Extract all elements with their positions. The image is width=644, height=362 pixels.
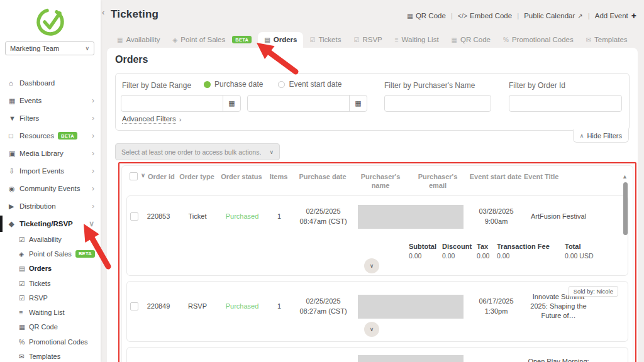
check-icon: ☑ — [353, 36, 359, 43]
order-cards: 220853 Ticket Purchased 1 02/25/2025 08:… — [122, 195, 633, 362]
sidebar-subitem-tickets[interactable]: ☑ Tickets — [0, 276, 101, 290]
sort-down-icon: ∨ — [141, 172, 145, 181]
chevron-right-icon: › — [92, 114, 94, 123]
order-id-input[interactable] — [509, 95, 622, 112]
tab-label: Orders — [274, 36, 297, 43]
check-icon: ☑ — [309, 36, 315, 43]
order-card-220849: Sold by: Nicole 220849 RSVP Purchased 1 … — [126, 281, 628, 342]
sidebar-subitem-promotional-codes[interactable]: % Promotional Codes — [0, 334, 101, 349]
ticket-icon: ◆ — [9, 220, 19, 228]
sidebar-collapse-icon[interactable]: ‹ — [102, 8, 104, 17]
sidebar-item-resources[interactable]: □ Resources BETA › — [0, 127, 101, 145]
qr-code-action[interactable]: ▦ QR Code — [407, 12, 446, 19]
sidebar-subitem-waiting-list[interactable]: ≡ Waiting List — [0, 305, 101, 319]
sidebar-subitem-qr-code[interactable]: ▦ QR Code — [0, 320, 101, 334]
sidebar-subitem-point-of-sales[interactable]: ◈ Point of Sales BETA — [0, 246, 101, 261]
public-calendar-action[interactable]: Public Calendar ↗ — [524, 12, 583, 19]
chevron-down-icon: ∨ — [269, 149, 274, 155]
purchase-date-radio[interactable] — [204, 81, 211, 88]
chevron-down-icon: ∨ — [89, 219, 94, 228]
tab-waiting-list[interactable]: ≡ Waiting List — [389, 32, 445, 48]
monitor-icon: □ — [9, 132, 19, 140]
redacted-purchaser-info — [358, 355, 464, 362]
date-from-input[interactable]: ▦ — [121, 95, 241, 112]
percent-icon: % — [19, 338, 29, 346]
home-icon: ⌂ — [9, 79, 19, 87]
sidebar-item-dashboard[interactable]: ⌂ Dashboard — [0, 74, 101, 92]
filters-section: Filter by Date Range Purchase date Event… — [115, 73, 630, 131]
team-selector[interactable]: Marketing Team ∨ — [5, 41, 94, 55]
calendar-icon: ▦ — [228, 99, 235, 107]
col-event-start-date: Event start date — [467, 172, 524, 181]
sidebar-subitem-templates[interactable]: ✉ Templates — [0, 349, 101, 362]
pos-icon: ◈ — [19, 250, 29, 258]
calendar-icon: ▦ — [9, 97, 19, 105]
advanced-filters-label: Advanced Filters — [122, 115, 176, 124]
ticketing-tabs: ▦ Availability ◈ Point of Sales BETA ▤ O… — [111, 31, 634, 48]
sold-by-badge: Sold by: Nicole — [569, 286, 618, 297]
advanced-filters-link[interactable]: Advanced Filters › — [122, 115, 181, 124]
tab-tickets[interactable]: ☑ Tickets — [303, 32, 347, 48]
sidebar-subitem-label: Orders — [29, 265, 52, 272]
tab-orders[interactable]: ▤ Orders — [258, 32, 303, 48]
sidebar-item-distribution[interactable]: ▶ Distribution › — [0, 197, 101, 215]
row-checkbox[interactable] — [130, 302, 138, 310]
event-start-date-radio[interactable] — [278, 81, 285, 88]
purchaser-name-input[interactable] — [384, 95, 491, 112]
expand-order-button[interactable]: ∨ — [364, 258, 379, 273]
redacted-purchaser-info — [358, 205, 464, 229]
order-id-filter-label: Filter by Order Id — [509, 81, 565, 90]
sidebar-item-events[interactable]: ▦ Events › — [0, 92, 101, 109]
sidebar-item-label: Filters — [19, 114, 39, 122]
sidebar-subitem-rsvp[interactable]: ☑ RSVP — [0, 290, 101, 305]
tab-promotional-codes[interactable]: % Promotional Codes — [497, 32, 580, 48]
expand-order-button[interactable]: ∨ — [364, 322, 379, 337]
image-icon: ▣ — [9, 150, 19, 158]
add-event-button[interactable]: Add Event + — [595, 11, 636, 21]
page-title: Ticketing — [111, 8, 158, 21]
bulk-actions-select[interactable]: Select at least one order to access bulk… — [115, 143, 280, 160]
tab-templates[interactable]: ✉ Templates — [580, 32, 634, 48]
col-order-id[interactable]: ∨ Order id — [140, 172, 175, 181]
sidebar-item-ticketing-rsvp[interactable]: ◆ Ticketing/RSVP ∨ — [0, 215, 101, 233]
list-icon: ≡ — [395, 36, 399, 43]
chevron-down-icon: ∨ — [85, 45, 89, 52]
embed-code-action[interactable]: </> Embed Code — [458, 12, 512, 19]
tax-col: Tax 0.00 — [477, 243, 497, 260]
event-date-value: 03/28/2025 — [479, 207, 513, 215]
sidebar-item-import-events[interactable]: ⇩ Import Events › — [0, 162, 101, 180]
public-calendar-label: Public Calendar — [524, 12, 575, 19]
sidebar-subitem-label: Waiting List — [29, 309, 64, 316]
row-checkbox[interactable] — [130, 212, 138, 221]
calendar-button[interactable]: ▦ — [349, 96, 367, 111]
sidebar-subitem-orders[interactable]: ▤ Orders — [0, 261, 101, 276]
date-range-filter-label: Filter by Date Range — [122, 81, 191, 90]
tab-qr-code[interactable]: ▦ QR Code — [445, 32, 497, 48]
tab-point-of-sales[interactable]: ◈ Point of Sales BETA — [167, 32, 258, 48]
tab-availability[interactable]: ▦ Availability — [111, 32, 167, 48]
calendar-button[interactable]: ▦ — [223, 96, 240, 111]
sidebar-item-filters[interactable]: ▼ Filters › — [0, 109, 101, 127]
sidebar-item-label: Dashboard — [19, 79, 55, 87]
date-range-radios: Purchase date Event start date — [204, 80, 341, 89]
table-header-row: ∨ Order id Order type Order status Items… — [126, 166, 628, 190]
document-icon: ▤ — [264, 36, 270, 43]
sidebar-item-label: Events — [19, 97, 42, 104]
list-icon: ≡ — [19, 309, 29, 316]
subtotal-label: Subtotal — [409, 243, 442, 250]
tab-rsvp[interactable]: ☑ RSVP — [347, 32, 388, 48]
date-to-input[interactable]: ▦ — [247, 95, 367, 112]
sidebar-subitem-availability[interactable]: ☑ Availability — [0, 232, 101, 246]
hide-filters-button[interactable]: ∧ Hide Filters — [573, 129, 629, 143]
event-start-date: 06/17/2025 1:30pm — [468, 297, 525, 316]
qr-code-label: QR Code — [416, 12, 446, 19]
sidebar-item-community-events[interactable]: ◉ Community Events › — [0, 180, 101, 197]
brand-logo-icon — [33, 4, 67, 38]
select-all-checkbox[interactable] — [130, 172, 138, 180]
sidebar-item-media-library[interactable]: ▣ Media Library › — [0, 145, 101, 162]
tax-label: Tax — [477, 243, 497, 250]
scrollbar-up-icon[interactable]: ▲ — [622, 173, 628, 180]
table-scrollbar[interactable] — [623, 182, 628, 235]
orders-table: ∨ Order id Order type Order status Items… — [121, 165, 633, 362]
qr-code-icon: ▦ — [19, 323, 29, 331]
